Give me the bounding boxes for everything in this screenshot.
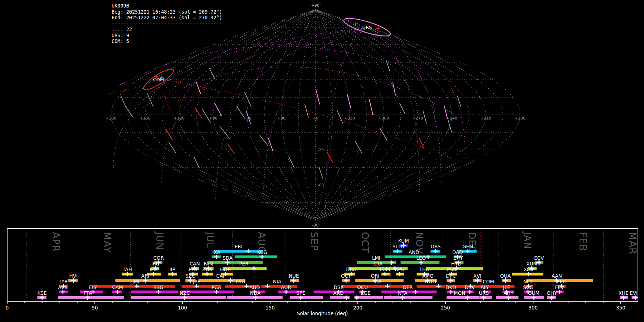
shower-peak-marker-CAP — [228, 278, 233, 283]
urs-meteor-tip — [272, 150, 273, 151]
shower-peak-marker-AVB — [61, 290, 65, 294]
x-axis-tick-label-150: 150 — [265, 305, 275, 311]
x-axis-tick-label-300: 300 — [528, 305, 538, 311]
shower-label-OCT: OCT — [341, 273, 351, 279]
shower-label-NCC: NCC — [523, 279, 534, 284]
shower-peak-marker-JPE — [195, 284, 199, 288]
urs-meteor-tip — [372, 114, 374, 115]
info-line-0: UK009B — [112, 3, 222, 9]
shower-label-FED: FED — [557, 279, 567, 284]
shower-label-SPE: SPE — [296, 290, 305, 296]
shower-peak-marker-NTA — [400, 296, 405, 300]
shower-label-TAH: TAH — [122, 267, 132, 272]
lon-label-+180: +180 — [514, 116, 525, 121]
info-line-2: End: 20251222 07:04:37 (sol = 270.32°) — [112, 15, 222, 21]
shower-label-COM: COM — [483, 279, 494, 284]
shower-bar-FTA — [58, 296, 124, 299]
shower-bar-MON — [447, 296, 479, 299]
shower-label-ERI: ERI — [235, 244, 243, 249]
shower-label-SCC: SCC — [523, 284, 533, 290]
shower-label-NDA: NDA — [250, 290, 261, 296]
shower-label-AND: AND — [409, 249, 419, 255]
shower-label-XCB: XCB — [524, 267, 533, 272]
shower-peak-marker-SSG — [156, 290, 161, 294]
shower-label-DAD: DAD — [452, 249, 463, 255]
shower-label-XHE: XHE — [619, 290, 629, 296]
shower-label-AUD: AUD — [249, 284, 260, 290]
shower-label-XVI: XVI — [473, 273, 481, 279]
lat-label--30: -30 — [318, 148, 324, 152]
shower-peak-marker-DPC — [449, 278, 453, 283]
radiant-label-URS: URS — [362, 25, 372, 30]
lon-label-+180: +180 — [106, 116, 116, 121]
shower-label-DSX: DSX — [333, 284, 343, 290]
sporadic-meteor-trail — [209, 68, 215, 79]
month-label-JUN: JUN — [154, 231, 165, 250]
shower-peak-marker-KUM — [401, 243, 406, 248]
shower-peak-marker-NIA — [265, 284, 270, 288]
lon-label-+210: +210 — [480, 116, 491, 121]
shower-label-URS: URS — [479, 290, 489, 296]
lon-label-+150: +150 — [140, 116, 150, 121]
urs-meteor-trail — [316, 89, 319, 104]
shower-peak-marker-JMC — [135, 284, 139, 288]
shower-label-LEO: LEO — [416, 255, 426, 261]
activity-chart: APRMAYJUNJULAUGSEPOCTNOVDECJANFEBMARKUME… — [6, 229, 638, 311]
shower-label-OBS: OBS — [430, 244, 440, 249]
x-axis-tick-label-0: 0 — [6, 305, 9, 311]
shower-label-ARI: ARI — [141, 273, 150, 279]
shower-bar-SPE — [290, 296, 323, 299]
urs-meteor-tip — [319, 103, 320, 104]
sky-map-meteor-trails — [107, 28, 465, 213]
urs-convergence-path — [366, 28, 420, 193]
info-line-5: URS: 9 — [112, 33, 222, 39]
shower-label-GDR: GDR — [220, 267, 231, 272]
shower-peak-marker-PAU — [244, 284, 249, 288]
shower-peak-marker-PER — [252, 266, 256, 270]
shower-peak-marker-NZC — [182, 296, 187, 300]
urs-meteor-trail — [347, 94, 351, 107]
shower-label-HVI: HVI — [69, 273, 78, 279]
shower-label-AAN: AAN — [552, 273, 562, 279]
shower-peak-marker-OCT — [344, 278, 348, 283]
urs-convergence-path — [216, 28, 366, 200]
shower-label-GEM: GEM — [462, 244, 473, 249]
shower-peak-marker-ZCS — [205, 272, 209, 276]
shower-label-KSE: KSE — [38, 290, 47, 296]
shower-peak-marker-XHE — [621, 296, 626, 300]
month-label-MAR: MAR — [627, 232, 638, 255]
radiant-cross-marker — [376, 26, 380, 30]
urs-meteor-tip — [350, 107, 351, 108]
shower-peak-marker-FEV — [557, 290, 562, 294]
shower-bar-NOO — [417, 285, 445, 288]
shower-peak-marker-PCA — [214, 290, 219, 294]
shower-label-THA: THA — [419, 267, 429, 272]
urs-meteor-trail — [268, 138, 273, 150]
scene-svg: URSCOM +90° -90° +180+150+120+90+60+30+0… — [0, 0, 644, 322]
shower-label-STA: STA — [372, 279, 382, 284]
shower-label-DRA: DRA — [346, 267, 356, 272]
shower-peak-marker-ERI — [246, 249, 250, 253]
shower-bar-OER — [381, 291, 436, 293]
shower-peak-marker-HVI — [71, 278, 75, 283]
shower-peak-marker-TAH — [125, 272, 130, 276]
pole-bottom-label: -90° — [312, 223, 320, 228]
shower-label-SDA: SDA — [223, 255, 233, 261]
shower-peak-marker-CAM — [116, 290, 120, 294]
shower-label-LUM: LUM — [380, 267, 390, 272]
shower-label-CAN: CAN — [190, 261, 200, 267]
com-convergence-path — [158, 79, 182, 140]
sporadic-meteor-trail — [400, 103, 405, 114]
shower-bar-KCG — [235, 255, 277, 258]
shower-label-NIA: NIA — [273, 279, 282, 284]
shower-label-ORI: ORI — [371, 273, 380, 279]
lon-label-+120: +120 — [174, 116, 184, 121]
meridian-line — [316, 10, 452, 220]
shower-peak-marker-KCG — [260, 255, 264, 259]
shower-bar-SDA — [208, 261, 263, 264]
shower-label-SZC: SZC — [185, 273, 195, 279]
shower-peak-marker-RPU — [397, 272, 402, 276]
shower-peak-marker-XCB — [526, 272, 531, 276]
shower-label-PER: PER — [239, 261, 248, 267]
shower-peak-marker-SDA — [225, 260, 230, 265]
